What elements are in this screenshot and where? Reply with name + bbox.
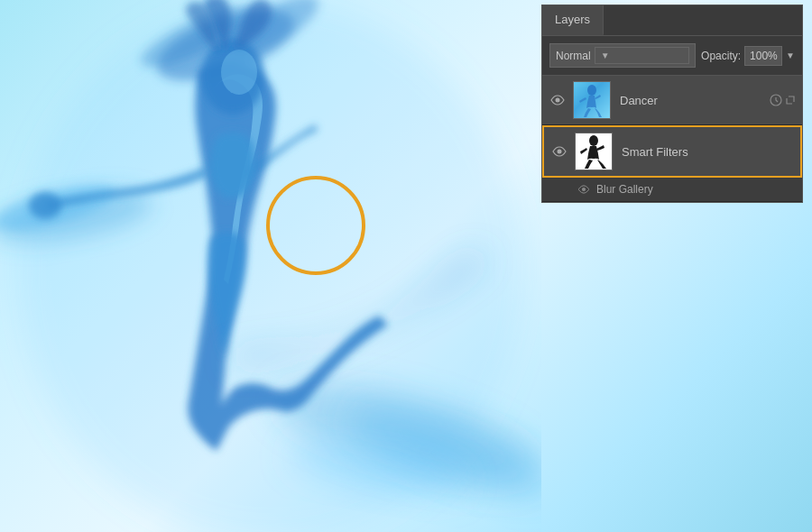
svg-point-3 [266, 363, 541, 503]
svg-point-4 [340, 389, 541, 513]
layer-thumb-dancer [573, 81, 611, 119]
opacity-control: Opacity: 100% ▼ [701, 46, 795, 66]
eye-toggle-smart[interactable] [551, 143, 567, 160]
svg-point-6 [149, 0, 303, 96]
blend-mode-dropdown[interactable]: Normal ▼ [549, 43, 696, 68]
blend-mode-arrow-icon: ▼ [595, 47, 689, 64]
dancer-svg [0, 0, 541, 532]
svg-point-11 [221, 50, 257, 95]
svg-point-15 [558, 150, 562, 154]
opacity-dropdown-arrow-icon[interactable]: ▼ [786, 50, 795, 60]
svg-point-2 [0, 175, 119, 239]
svg-point-1 [0, 180, 156, 252]
eye-toggle-dancer[interactable] [549, 92, 566, 108]
history-icon [770, 94, 782, 106]
layers-list: Dancer [542, 76, 802, 202]
layers-panel: Layers Normal ▼ Opacity: 100% ▼ [541, 5, 803, 203]
svg-point-12 [556, 98, 560, 103]
layer-name-smart: Smart Filters [622, 145, 793, 159]
svg-point-9 [29, 192, 61, 219]
layer-row-smart-filters[interactable]: Smart Filters [542, 125, 802, 178]
svg-point-7 [215, 0, 327, 69]
layers-toolbar: Normal ▼ Opacity: 100% ▼ [542, 36, 802, 76]
layer-row-dancer[interactable]: Dancer [542, 76, 802, 125]
blur-gallery-row[interactable]: Blur Gallery [542, 178, 802, 202]
svg-point-8 [134, 0, 263, 78]
layer-name-dancer: Dancer [620, 94, 770, 107]
svg-point-10 [201, 39, 264, 115]
eye-toggle-blur-gallery[interactable] [577, 182, 591, 197]
expand-icon [786, 96, 795, 105]
layer-thumb-smart [575, 133, 613, 170]
tab-bar: Layers [542, 5, 802, 36]
blend-mode-label: Normal [556, 50, 591, 62]
dancer-layer-icons [770, 94, 795, 106]
circle-highlight [266, 176, 365, 275]
opacity-value[interactable]: 100% [744, 46, 782, 66]
blur-gallery-label: Blur Gallery [596, 183, 795, 196]
svg-point-17 [589, 135, 598, 146]
opacity-label: Opacity: [701, 50, 741, 62]
svg-point-18 [582, 188, 586, 191]
svg-point-13 [587, 85, 596, 96]
svg-point-5 [286, 431, 472, 507]
svg-point-0 [18, 0, 523, 532]
tab-layers[interactable]: Layers [542, 5, 604, 35]
